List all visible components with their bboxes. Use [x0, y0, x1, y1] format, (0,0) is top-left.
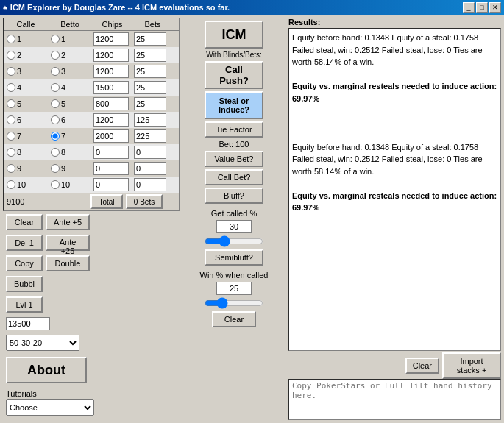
- caller-radio-8[interactable]: [7, 164, 15, 173]
- caller-radio-4[interactable]: [7, 99, 15, 108]
- caller-radio-7[interactable]: [7, 148, 15, 157]
- better-radio-9[interactable]: [51, 180, 60, 189]
- win-pct-value[interactable]: [216, 282, 252, 295]
- better-num-4: 5: [61, 99, 65, 108]
- bets-button[interactable]: 0 Bets: [126, 194, 163, 209]
- caller-cell-0[interactable]: 1: [4, 35, 48, 43]
- get-called-slider[interactable]: [205, 235, 263, 247]
- chips-input-3[interactable]: [93, 81, 129, 94]
- chips-input-7[interactable]: [93, 146, 129, 159]
- caller-radio-6[interactable]: [7, 132, 15, 141]
- get-called-value[interactable]: [216, 220, 252, 233]
- minimize-button[interactable]: _: [463, 2, 475, 13]
- better-cell-8[interactable]: 9: [48, 164, 92, 173]
- table-row: 3 3: [4, 63, 179, 79]
- bets-input-8[interactable]: [134, 162, 166, 175]
- bets-input-6[interactable]: [134, 129, 166, 143]
- icm-button[interactable]: ICM: [205, 21, 263, 49]
- del1-button[interactable]: Del 1: [6, 235, 43, 251]
- bets-input-9[interactable]: [134, 178, 166, 191]
- lvl1-button[interactable]: Lvl 1: [6, 296, 43, 313]
- better-radio-0[interactable]: [51, 35, 60, 43]
- maximize-button[interactable]: □: [476, 2, 488, 13]
- caller-cell-3[interactable]: 4: [4, 83, 48, 92]
- ante-p25-button[interactable]: Ante +25: [46, 235, 90, 251]
- bets-input-1[interactable]: [134, 49, 166, 62]
- caller-cell-1[interactable]: 2: [4, 51, 48, 60]
- call-push-button[interactable]: Call Push?: [205, 61, 263, 89]
- ante-p5-button[interactable]: Ante +5: [46, 214, 90, 230]
- better-radio-4[interactable]: [51, 99, 60, 108]
- caller-radio-5[interactable]: [7, 115, 15, 124]
- better-radio-7[interactable]: [51, 148, 60, 157]
- clear-button[interactable]: Clear: [6, 214, 43, 230]
- caller-radio-3[interactable]: [7, 83, 15, 92]
- semibluff-button[interactable]: Semibluff?: [205, 249, 263, 266]
- caller-radio-2[interactable]: [7, 67, 15, 76]
- better-radio-1[interactable]: [51, 51, 60, 60]
- better-cell-3[interactable]: 4: [48, 83, 92, 92]
- chips-input-6[interactable]: [93, 129, 129, 143]
- better-cell-4[interactable]: 5: [48, 99, 92, 108]
- double-button[interactable]: Double: [46, 255, 90, 271]
- bets-input-4[interactable]: [134, 97, 166, 110]
- better-cell-2[interactable]: 3: [48, 67, 92, 76]
- better-radio-2[interactable]: [51, 67, 60, 76]
- results-clear-button[interactable]: Clear: [405, 358, 439, 374]
- distribution-dropdown[interactable]: 50-30-20 60-30-10 40-30-20-10: [6, 335, 79, 351]
- bets-input-5[interactable]: [134, 113, 166, 127]
- better-cell-5[interactable]: 6: [48, 115, 92, 124]
- total-button[interactable]: Total: [90, 194, 123, 209]
- caller-cell-5[interactable]: 6: [4, 115, 48, 124]
- better-radio-8[interactable]: [51, 164, 60, 173]
- table-row: 8 8: [4, 144, 179, 160]
- caller-radio-9[interactable]: [7, 180, 15, 189]
- better-cell-6[interactable]: 7: [48, 132, 92, 141]
- chips-input-8[interactable]: [93, 162, 129, 175]
- value-bet-button[interactable]: Value Bet?: [205, 151, 263, 167]
- bets-input-2[interactable]: [134, 65, 166, 78]
- better-radio-5[interactable]: [51, 115, 60, 124]
- caller-cell-9[interactable]: 10: [4, 180, 48, 189]
- caller-radio-0[interactable]: [7, 35, 15, 43]
- call-bet-button[interactable]: Call Bet?: [205, 169, 263, 185]
- results-box: Equity before hand: 0.1348 Equity of a s…: [288, 28, 501, 351]
- close-button[interactable]: ✕: [489, 2, 501, 13]
- caller-num-7: 8: [17, 148, 21, 157]
- clear-bottom-button[interactable]: Clear: [212, 311, 256, 327]
- chips-input-2[interactable]: [93, 65, 129, 78]
- better-radio-3[interactable]: [51, 83, 60, 92]
- chips-input-5[interactable]: [93, 113, 129, 127]
- bets-input-0[interactable]: [134, 32, 166, 46]
- bluff-button[interactable]: Bluff?: [205, 188, 263, 204]
- caller-cell-7[interactable]: 8: [4, 148, 48, 157]
- tie-factor-button[interactable]: Tie Factor: [205, 121, 263, 138]
- bubbl-button[interactable]: Bubbl: [6, 276, 43, 292]
- better-cell-1[interactable]: 2: [48, 51, 92, 60]
- bets-input-7[interactable]: [134, 146, 166, 159]
- bets-input-3[interactable]: [134, 81, 166, 94]
- results-bold-2: Equity vs. marginal resteals needed to i…: [292, 190, 497, 214]
- paste-history-area[interactable]: [288, 379, 501, 420]
- better-cell-9[interactable]: 10: [48, 180, 92, 189]
- copy-button[interactable]: Copy: [6, 255, 43, 271]
- better-num-3: 4: [61, 83, 65, 92]
- chips-input-9[interactable]: [93, 178, 129, 191]
- chips-input-1[interactable]: [93, 49, 129, 62]
- better-radio-6[interactable]: [51, 132, 60, 141]
- steal-induce-button[interactable]: Steal or Induce?: [205, 91, 263, 119]
- caller-cell-6[interactable]: 7: [4, 132, 48, 141]
- better-cell-7[interactable]: 8: [48, 148, 92, 157]
- chips-input-4[interactable]: [93, 97, 129, 110]
- caller-radio-1[interactable]: [7, 51, 15, 60]
- chips-13500-input[interactable]: [6, 317, 50, 330]
- chips-input-0[interactable]: [93, 32, 129, 46]
- tutorials-dropdown[interactable]: Choose Tutorial 1 Tutorial 2 Tutorial 3: [6, 399, 94, 416]
- better-cell-0[interactable]: 1: [48, 35, 92, 43]
- win-pct-slider[interactable]: [205, 297, 263, 309]
- caller-cell-2[interactable]: 3: [4, 67, 48, 76]
- caller-cell-4[interactable]: 5: [4, 99, 48, 108]
- about-button[interactable]: About: [6, 357, 87, 383]
- import-stacks-button[interactable]: Import stacks +: [442, 352, 501, 379]
- caller-cell-8[interactable]: 9: [4, 164, 48, 173]
